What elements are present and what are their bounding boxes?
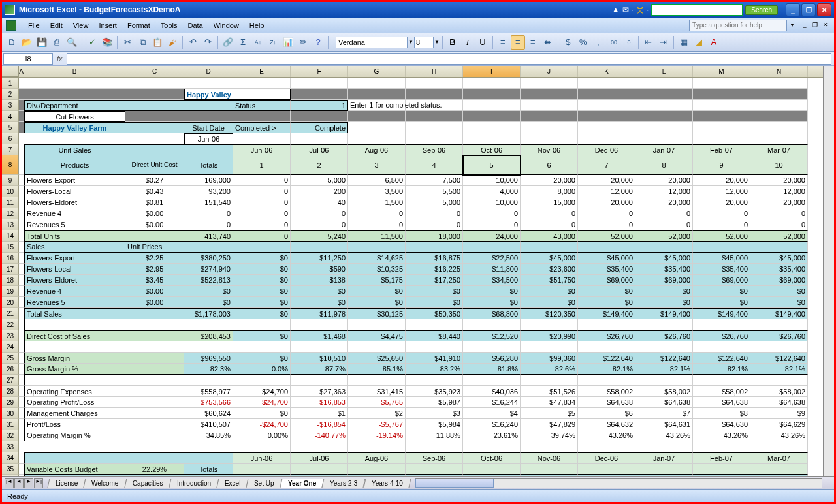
col-header-F[interactable]: F <box>291 66 348 77</box>
cell[interactable] <box>578 242 635 253</box>
cell[interactable]: $0.00 <box>125 297 184 308</box>
cell[interactable]: $0 <box>233 264 291 275</box>
merge-center-icon[interactable]: ⬌ <box>541 35 555 50</box>
cell[interactable]: -$24,700 <box>233 419 291 430</box>
cell[interactable] <box>125 230 184 242</box>
row-header-2[interactable]: 2 <box>2 89 19 100</box>
row-header-11[interactable]: 11 <box>2 197 19 208</box>
cell[interactable]: 413,740 <box>184 230 233 242</box>
cell[interactable] <box>19 197 24 208</box>
cell[interactable]: $99,360 <box>521 353 578 364</box>
cell[interactable] <box>19 242 24 253</box>
cell[interactable]: 6 <box>521 155 578 175</box>
cell[interactable] <box>19 430 24 441</box>
cell[interactable]: $0.43 <box>125 186 184 197</box>
row-header-18[interactable]: 18 <box>2 275 19 286</box>
cell[interactable]: Unit Sales <box>24 144 125 155</box>
cell[interactable]: $120,350 <box>521 308 578 319</box>
cell[interactable]: $27,363 <box>291 386 348 397</box>
cell[interactable]: $0 <box>233 475 291 476</box>
cell[interactable]: 20,000 <box>750 197 808 208</box>
cell[interactable]: Dec-06 <box>578 452 635 464</box>
cell[interactable]: $0 <box>233 408 291 419</box>
cell[interactable]: $64,631 <box>635 419 693 430</box>
cell[interactable]: $149,400 <box>750 308 808 319</box>
cell[interactable]: $11,250 <box>291 253 348 264</box>
format-painter-icon[interactable]: 🖌 <box>165 35 180 50</box>
cell[interactable]: 82.6% <box>521 364 578 375</box>
cell[interactable] <box>406 341 463 353</box>
fx-icon[interactable]: fx <box>57 55 63 63</box>
cell[interactable] <box>750 341 808 353</box>
tab-prev-icon[interactable]: ◄ <box>14 478 24 488</box>
cell[interactable]: $0 <box>348 297 406 308</box>
cell[interactable]: $16,225 <box>406 264 463 275</box>
menu-format[interactable]: Format <box>122 20 155 31</box>
cell[interactable]: 0 <box>291 219 348 230</box>
cell[interactable]: $7 <box>635 408 693 419</box>
cell[interactable]: $0 <box>406 297 463 308</box>
cell[interactable] <box>521 464 578 475</box>
cell[interactable] <box>750 100 808 111</box>
cell[interactable] <box>19 297 24 308</box>
cell[interactable]: Nov-06 <box>521 452 578 464</box>
cell[interactable]: $45,000 <box>750 253 808 264</box>
tab-next-icon[interactable]: ► <box>24 478 33 488</box>
maximize-button[interactable]: ❐ <box>801 3 816 16</box>
cell[interactable]: Jun-06 <box>233 144 291 155</box>
cell[interactable]: $0 <box>635 297 693 308</box>
cell[interactable] <box>406 242 463 253</box>
increase-indent-icon[interactable]: ⇥ <box>656 35 671 50</box>
cell[interactable] <box>24 89 125 100</box>
cell[interactable]: 87.7% <box>291 364 348 375</box>
cell[interactable]: 2 <box>291 155 348 175</box>
cell[interactable] <box>184 78 233 89</box>
cell[interactable] <box>635 111 693 122</box>
cell[interactable]: Jul-06 <box>291 144 348 155</box>
cell[interactable] <box>463 89 521 100</box>
cell[interactable] <box>184 319 233 330</box>
cell[interactable]: 12,000 <box>750 186 808 197</box>
increase-decimal-icon[interactable]: .00 <box>606 35 620 50</box>
cell[interactable]: Jan-07 <box>635 452 693 464</box>
cell[interactable]: $33,302 <box>578 475 635 476</box>
cell[interactable] <box>750 78 808 89</box>
row-header-17[interactable]: 17 <box>2 264 19 275</box>
cell[interactable]: 151,540 <box>184 197 233 208</box>
cell[interactable]: $58,002 <box>693 386 750 397</box>
cell[interactable]: 18,000 <box>406 230 463 242</box>
cell[interactable]: $58,002 <box>635 386 693 397</box>
cell[interactable] <box>463 111 521 122</box>
cell[interactable]: 12,000 <box>693 186 750 197</box>
cell[interactable]: 12,000 <box>578 186 635 197</box>
cell[interactable]: $26,760 <box>578 330 635 341</box>
cell[interactable]: $12,520 <box>463 330 521 341</box>
cell[interactable] <box>184 341 233 353</box>
col-header-B[interactable]: B <box>24 66 125 77</box>
cell[interactable]: $45,000 <box>693 253 750 264</box>
spelling-icon[interactable]: ✓ <box>85 35 99 50</box>
cell[interactable]: Oct-06 <box>463 452 521 464</box>
row-header-13[interactable]: 13 <box>2 219 19 230</box>
row-header-15[interactable]: 15 <box>2 242 19 253</box>
cell[interactable]: 11.88% <box>406 430 463 441</box>
cell[interactable]: 52,000 <box>693 230 750 242</box>
cell[interactable] <box>125 441 184 452</box>
cell[interactable] <box>125 364 184 375</box>
cell[interactable] <box>578 441 635 452</box>
cell[interactable]: $149,400 <box>578 308 635 319</box>
cell[interactable]: 10,000 <box>463 197 521 208</box>
msn-icon[interactable]: ▲ <box>612 5 620 14</box>
row-header-27[interactable]: 27 <box>2 375 19 386</box>
cell[interactable]: Direct Cost of Sales <box>24 330 125 341</box>
cell[interactable]: 0 <box>233 175 291 186</box>
research-icon[interactable]: 📚 <box>100 35 114 50</box>
cell[interactable]: Total Units <box>24 230 125 242</box>
align-center-icon[interactable]: ≡ <box>511 35 525 50</box>
cell[interactable]: Nov-06 <box>521 144 578 155</box>
row-header-1[interactable]: 1 <box>2 78 19 89</box>
percent-icon[interactable]: % <box>576 35 590 50</box>
menu-tools[interactable]: Tools <box>155 20 183 31</box>
cell[interactable]: $0 <box>184 286 233 297</box>
cell[interactable]: 0 <box>693 219 750 230</box>
